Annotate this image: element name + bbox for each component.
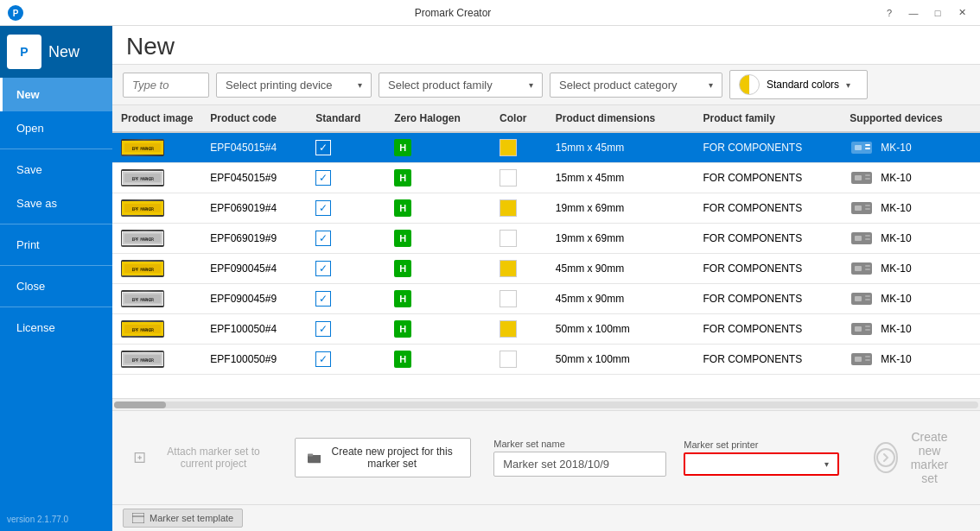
standard-checkbox (315, 200, 331, 216)
attach-marker-set-button: Attach marker set to current project (123, 440, 286, 475)
product-image-cell: EPF MARKER (112, 163, 201, 193)
product-family-select[interactable]: Select product family ▾ (379, 73, 543, 98)
product-category-select[interactable]: Select product category ▾ (550, 73, 722, 98)
table-row[interactable]: EPF MARKER EPF090045#9H45mm x 90mmFOR CO… (112, 284, 980, 314)
marker-template-label: Marker set template (150, 513, 233, 523)
marker-set-printer-label: Marker set printer (684, 439, 839, 450)
search-input[interactable] (123, 73, 209, 98)
product-img-inner: EPF MARKER (122, 322, 163, 336)
standard-cell (307, 163, 385, 193)
printer-icon (850, 168, 874, 187)
standard-colors-filter[interactable]: Standard colors ▾ (729, 70, 868, 99)
marker-set-name-input[interactable] (493, 452, 666, 477)
dimensions-cell: 45mm x 90mm (547, 284, 695, 314)
halogen-badge: H (394, 199, 411, 217)
create-marker-set-button: Create newmarker set (856, 420, 970, 496)
svg-text:EPF MARKER: EPF MARKER (131, 237, 155, 242)
table-row[interactable]: EPF MARKER EPF069019#9H19mm x 69mmFOR CO… (112, 224, 980, 254)
printing-device-select[interactable]: Select printing device ▾ (216, 73, 372, 98)
devices-cell: MK-10 (841, 163, 980, 193)
sidebar-logo: P (7, 35, 41, 69)
product-image: EPF MARKER (121, 260, 164, 277)
dimensions-cell: 15mm x 45mm (547, 132, 695, 163)
standard-cell (307, 224, 385, 254)
printing-device-chevron: ▾ (358, 80, 362, 90)
sidebar-logo-area: P New (0, 26, 112, 78)
standard-checkbox (315, 231, 331, 246)
product-img-inner: EPF MARKER (122, 352, 163, 366)
device-name: MK-10 (881, 262, 911, 275)
product-category-label: Select product category (559, 79, 678, 92)
bottom-panel: Attach marker set to current project Cre… (112, 410, 980, 504)
product-image-cell: EPF MARKER (112, 224, 201, 254)
close-button[interactable]: ✕ (951, 3, 973, 22)
horizontal-scrollbar[interactable] (112, 398, 980, 410)
create-marker-set-label: Create newmarker set (907, 430, 952, 485)
table-row[interactable]: EPF MARKER EPF100050#4H50mm x 100mmFOR C… (112, 314, 980, 345)
product-image: EPF MARKER (121, 320, 164, 338)
product-code-cell: EPF069019#4 (201, 193, 307, 224)
circle-arrow-icon (876, 448, 895, 467)
device-cell-content: MK-10 (850, 138, 971, 157)
devices-cell: MK-10 (841, 132, 980, 163)
template-row: Marker set template (112, 504, 980, 531)
sidebar-item-new[interactable]: New (0, 78, 112, 111)
product-code-cell: EPF090045#9 (201, 284, 307, 314)
help-button[interactable]: ? (878, 3, 900, 22)
family-cell: FOR COMPONENTS (695, 345, 842, 375)
template-icon (132, 513, 144, 523)
sidebar-divider-3 (0, 265, 112, 266)
marker-set-name-label: Marker set name (493, 439, 666, 449)
svg-rect-36 (865, 269, 870, 270)
sidebar-divider-4 (0, 307, 112, 307)
svg-rect-22 (865, 208, 870, 210)
dimensions-cell: 50mm x 100mm (547, 345, 695, 375)
device-name: MK-10 (881, 202, 911, 214)
table-row[interactable]: EPF MARKER EPF090045#4H45mm x 90mmFOR CO… (112, 254, 980, 284)
svg-rect-55 (855, 357, 862, 362)
product-image: EPF MARKER (121, 139, 164, 156)
sidebar-item-open[interactable]: Open (0, 111, 112, 145)
device-cell-content: MK-10 (850, 199, 971, 218)
marker-set-name-area: Marker set name (493, 439, 666, 477)
table-row[interactable]: EPF MARKER EPF100050#9H50mm x 100mmFOR C… (112, 345, 980, 375)
col-header-zerohalogen: Zero Halogen (385, 105, 491, 132)
marker-template-button[interactable]: Marker set template (123, 509, 243, 528)
create-project-button[interactable]: Create new project for this marker set (295, 438, 472, 477)
table-row[interactable]: EPF MARKER EPF069019#4H19mm x 69mmFOR CO… (112, 193, 980, 224)
sidebar-item-save[interactable]: Save (0, 153, 112, 186)
sidebar-item-license[interactable]: License (0, 311, 112, 345)
hscroll-thumb[interactable] (114, 401, 166, 408)
svg-text:EPF MARKER: EPF MARKER (131, 146, 155, 151)
svg-rect-8 (865, 148, 870, 149)
table-row[interactable]: EPF MARKER EPF045015#4H15mm x 45mmFOR CO… (112, 132, 980, 163)
color-cell (491, 132, 547, 163)
svg-text:EPF MARKER: EPF MARKER (131, 206, 155, 212)
family-cell: FOR COMPONENTS (695, 254, 842, 284)
dimensions-cell: 15mm x 45mm (547, 163, 695, 193)
device-cell-content: MK-10 (850, 168, 971, 187)
color-swatch (500, 260, 517, 277)
color-cell (491, 345, 547, 375)
col-header-standard: Standard (307, 105, 385, 132)
devices-cell: MK-10 (841, 224, 980, 254)
family-cell: FOR COMPONENTS (695, 193, 842, 224)
sidebar-item-saveas[interactable]: Save as (0, 186, 112, 220)
table-row[interactable]: EPF MARKER EPF045015#9H15mm x 45mmFOR CO… (112, 163, 980, 193)
svg-rect-14 (865, 174, 870, 176)
marker-set-printer-area: Marker set printer ▾ (684, 439, 839, 476)
product-code-cell: EPF090045#4 (201, 254, 307, 284)
printer-chevron: ▾ (824, 459, 829, 469)
printer-icon (850, 350, 874, 369)
device-name: MK-10 (881, 142, 911, 154)
sidebar-item-close[interactable]: Close (0, 269, 112, 303)
marker-set-printer-select[interactable]: ▾ (684, 452, 839, 476)
zero-halogen-cell: H (385, 193, 491, 224)
sidebar-item-print[interactable]: Print (0, 228, 112, 262)
dimensions-cell: 19mm x 69mm (547, 224, 695, 254)
sidebar-divider-1 (0, 149, 112, 149)
svg-rect-7 (865, 144, 870, 146)
maximize-button[interactable]: □ (926, 3, 949, 22)
minimize-button[interactable]: — (902, 3, 925, 22)
svg-rect-50 (865, 329, 870, 331)
